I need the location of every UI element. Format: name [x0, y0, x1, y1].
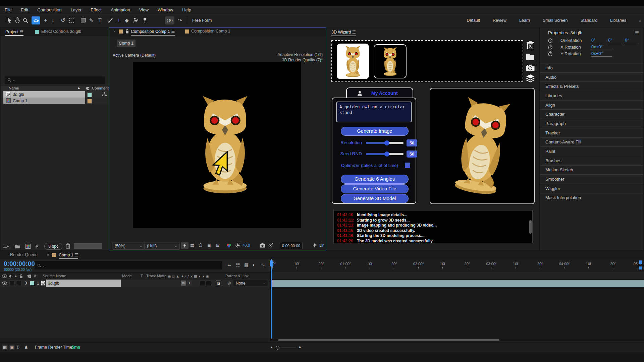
menu-item[interactable]: File: [5, 7, 12, 12]
rectangle-tool-icon[interactable]: [79, 16, 87, 24]
column-name[interactable]: Name: [9, 86, 19, 90]
layer-source-name[interactable]: 3d.glb: [46, 280, 121, 287]
draft-3d-icon[interactable]: ☷: [236, 262, 240, 267]
layer-anchor-switch[interactable]: ⊕: [181, 281, 186, 286]
comp-marker-button-2[interactable]: [639, 266, 642, 269]
playhead-handle[interactable]: [270, 260, 273, 266]
properties-title[interactable]: Properties: 3d.glb: [548, 30, 582, 35]
exposure-icon[interactable]: [235, 243, 240, 248]
guides-icon[interactable]: ▣: [207, 243, 211, 248]
bit-depth-button[interactable]: 8 bpc: [44, 243, 62, 250]
resolution-slider[interactable]: [366, 142, 404, 144]
menu-item[interactable]: Composition: [37, 7, 61, 12]
open-folder-icon[interactable]: [526, 53, 535, 60]
tab-project[interactable]: Project ☰: [5, 29, 23, 36]
layers-icon[interactable]: [526, 74, 535, 82]
orientation-value[interactable]: 0°: [608, 38, 621, 43]
project-row-comp1[interactable]: Comp 1: [1, 98, 109, 104]
column-track-matte[interactable]: Track Matte: [146, 274, 166, 278]
expand-layers-icon[interactable]: ▩: [2, 345, 8, 350]
new-composition-icon[interactable]: [25, 244, 31, 249]
layer-switch-box-2[interactable]: [206, 281, 211, 286]
log-scrollbar[interactable]: [529, 220, 532, 234]
dolly-camera-tool-icon[interactable]: ↕: [49, 16, 57, 24]
collapsed-panel-tab[interactable]: Character: [540, 109, 643, 119]
frame-blending-icon[interactable]: ▦: [244, 262, 249, 267]
layer-expand-chevron[interactable]: ❯: [25, 281, 28, 285]
x-rotation-label[interactable]: X Rotation: [560, 45, 581, 50]
rotate-tool-icon[interactable]: ↺: [59, 16, 67, 24]
y-rotation-label[interactable]: Y Rotation: [560, 51, 581, 56]
prompt-textarea[interactable]: A golden owl on a circular stand: [336, 102, 412, 122]
playhead-line[interactable]: [271, 259, 272, 339]
workspace-tab[interactable]: Libraries: [610, 18, 626, 23]
layer-label-chip[interactable]: [30, 281, 34, 285]
channel-rgb-icon[interactable]: [226, 243, 231, 248]
menu-item[interactable]: Animation: [111, 7, 130, 12]
transfer-controls-icon[interactable]: ⟨⟩: [17, 345, 20, 349]
tab-3d-wizard[interactable]: 3D Wizard ☰: [331, 29, 356, 36]
orientation-label[interactable]: Orientation: [560, 38, 582, 43]
parent-link-column-icon[interactable]: ♟: [24, 345, 28, 350]
generate-6-angles-button[interactable]: Generate 6 Angles: [341, 175, 409, 184]
my-account-tab[interactable]: My Account: [346, 87, 413, 98]
panel-menu-icon[interactable]: ☰: [19, 29, 23, 34]
panel-menu-icon[interactable]: ☰: [74, 252, 78, 257]
collapsed-panel-tab[interactable]: Mask Interpolation: [540, 193, 643, 202]
layer-row[interactable]: ❯ 1 3d.glb ⊕ ✦ ◪ ◎ None ⌄: [0, 280, 270, 287]
seed-value[interactable]: 50: [407, 150, 417, 158]
column-number[interactable]: #: [34, 274, 36, 278]
menu-item[interactable]: Layer: [71, 7, 82, 12]
workspace-tab[interactable]: Learn: [519, 18, 530, 23]
mask-visibility-icon[interactable]: ⬠: [199, 243, 202, 248]
menu-item[interactable]: Help: [182, 7, 191, 12]
timeline-zoom-slider[interactable]: [276, 345, 297, 349]
parent-dropdown[interactable]: None ⌄: [233, 280, 268, 286]
y-rotation-value[interactable]: 0x+0°: [591, 51, 612, 57]
proxy-icon[interactable]: [35, 244, 39, 249]
menu-item[interactable]: Edit: [21, 7, 28, 12]
new-folder-icon[interactable]: [15, 244, 20, 249]
collapsed-panel-tab[interactable]: Tracker: [540, 128, 643, 137]
tab-comp1-active[interactable]: Comp 1 ☰: [59, 252, 78, 259]
tab-render-queue[interactable]: Render Queue: [10, 252, 38, 257]
collapsed-panel-tab[interactable]: Effects & Presets: [540, 81, 643, 91]
column-source-name[interactable]: Source Name: [43, 274, 66, 278]
world-axis-mode-icon[interactable]: ↷: [176, 16, 184, 24]
collapsed-panel-tab[interactable]: Brushes: [540, 156, 643, 165]
collapsed-panel-tab[interactable]: Wiggler: [540, 184, 643, 193]
close-icon[interactable]: ×: [113, 29, 115, 33]
exposure-value[interactable]: +0.0: [242, 243, 250, 248]
resolution-value[interactable]: 50: [407, 139, 417, 146]
orbit-camera-tool-icon[interactable]: [32, 16, 40, 24]
layer-solo-toggle[interactable]: [16, 281, 21, 286]
composition-viewport[interactable]: +: [133, 62, 301, 228]
model-preview-viewport[interactable]: [430, 88, 535, 204]
thumbnail-owl-1[interactable]: [337, 44, 369, 79]
hand-tool-icon[interactable]: [13, 16, 21, 24]
comp-mini-flowchart-button[interactable]: Comp 1: [117, 40, 136, 47]
zoom-out-mountain-icon[interactable]: ▲: [270, 346, 273, 349]
motion-blur-icon[interactable]: ◐: [253, 262, 255, 267]
active-camera-label[interactable]: Active Camera (Default): [113, 53, 156, 58]
timeline-h-scrollbar[interactable]: [271, 339, 644, 341]
tab-effect-controls[interactable]: Effect Controls 3d.glb: [41, 29, 81, 34]
timeline-search-input[interactable]: ⌄: [35, 261, 222, 269]
magnification-dropdown[interactable]: (50%)⌄: [112, 242, 145, 250]
region-of-interest-icon[interactable]: ⊞: [216, 243, 220, 248]
stopwatch-icon[interactable]: [548, 51, 552, 56]
tab-composition-inactive[interactable]: Composition Comp 1: [191, 29, 230, 34]
tab-composition-active[interactable]: Composition Comp 1 ☰: [131, 29, 175, 36]
panel-menu-icon[interactable]: ☰: [171, 29, 175, 34]
type-tool-icon[interactable]: T: [96, 16, 104, 24]
label-color-chip[interactable]: [87, 99, 92, 104]
column-comment[interactable]: Comment: [92, 86, 109, 90]
parent-pickwhip-icon[interactable]: ◎: [227, 281, 231, 285]
current-timecode[interactable]: 0:00:00:00: [4, 260, 35, 267]
orientation-value[interactable]: 0°: [625, 38, 637, 43]
workspace-tab[interactable]: Default: [467, 18, 480, 23]
layer-3d-switch[interactable]: ◪: [216, 281, 221, 286]
layer-eye-icon[interactable]: [2, 282, 7, 285]
puppet-pin-tool-icon[interactable]: [141, 16, 149, 24]
snapshot-camera-icon[interactable]: [260, 243, 265, 248]
